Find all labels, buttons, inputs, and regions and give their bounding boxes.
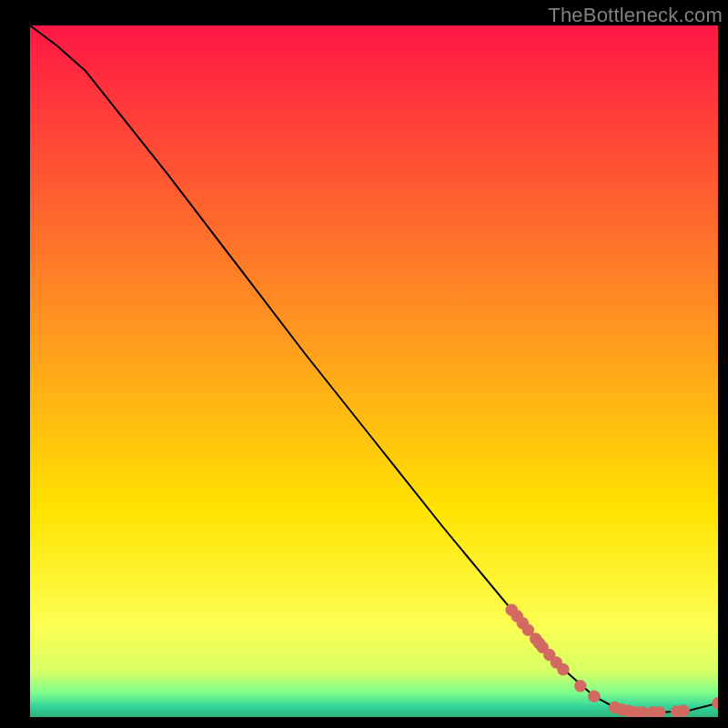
- data-marker: [678, 705, 690, 717]
- chart-container: TheBottleneck.com: [0, 0, 728, 728]
- data-marker: [653, 706, 665, 717]
- plot-svg: [30, 25, 718, 717]
- plot-area: [30, 25, 718, 717]
- watermark-label: TheBottleneck.com: [548, 4, 723, 27]
- data-marker: [588, 691, 600, 703]
- data-marker: [574, 680, 586, 692]
- gradient-rect: [30, 25, 718, 717]
- data-marker: [636, 706, 648, 717]
- data-marker: [557, 663, 569, 675]
